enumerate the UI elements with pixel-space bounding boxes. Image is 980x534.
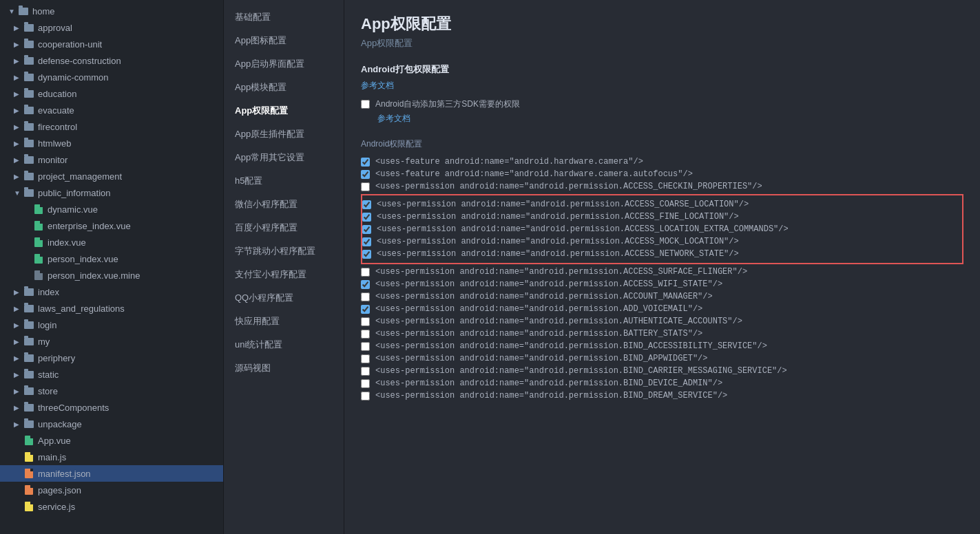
sidebar-item-periphery[interactable]: ▶ periphery: [0, 350, 223, 366]
perm-label-p16: <uses-permission android:name="android.p…: [375, 354, 707, 363]
perm-checkbox-p15[interactable]: [361, 342, 370, 351]
chevron-right-icon: ▶: [14, 420, 23, 428]
sidebar-item-htmlweb[interactable]: ▶ htmlweb: [0, 135, 223, 151]
perm-checkbox-p7[interactable]: [362, 237, 371, 246]
file-icon: [33, 254, 44, 264]
sidebar-item-cooperation-unit[interactable]: ▶ cooperation-unit: [0, 36, 223, 52]
menu-item-basic[interactable]: 基础配置: [224, 6, 344, 29]
perm-checkbox-p9[interactable]: [361, 268, 370, 277]
sidebar-item-manifest-json[interactable]: ▶ manifest.json: [0, 465, 223, 482]
sidebar-item-label: App.vue: [38, 436, 71, 446]
sidebar-item-pages-json[interactable]: ▶ pages.json: [0, 482, 223, 498]
perm-checkbox-p12[interactable]: [361, 305, 370, 314]
sidebar-item-public-information[interactable]: ▼ public_information: [0, 184, 223, 201]
menu-item-qq[interactable]: QQ小程序配置: [224, 286, 344, 310]
perm-checkbox-p8[interactable]: [362, 250, 371, 259]
perm-checkbox-p6[interactable]: [362, 225, 371, 234]
menu-item-alipay[interactable]: 支付宝小程序配置: [224, 263, 344, 286]
sidebar-item-label: home: [32, 6, 55, 17]
config-menu: 基础配置 App图标配置 App启动界面配置 App模块配置 App权限配置 A…: [224, 0, 344, 534]
sidebar-item-dynamic-vue[interactable]: ▶ dynamic.vue: [0, 201, 223, 217]
sidebar-item-label: firecontrol: [38, 122, 77, 132]
sidebar-item-service-js[interactable]: ▶ service.js: [0, 498, 223, 515]
menu-item-launch[interactable]: App启动界面配置: [224, 52, 344, 76]
sidebar-item-enterprise-index-vue[interactable]: ▶ enterprise_index.vue: [0, 217, 223, 234]
folder-icon: [23, 386, 34, 396]
perm-checkbox-p11[interactable]: [361, 292, 370, 301]
sidebar-item-index-vue[interactable]: ▶ index.vue: [0, 234, 223, 250]
menu-item-source[interactable]: 源码视图: [224, 356, 344, 380]
sidebar-item-store[interactable]: ▶ store: [0, 383, 223, 399]
sidebar-item-three-components[interactable]: ▶ threeComponents: [0, 399, 223, 416]
sidebar-item-label: manifest.json: [38, 469, 91, 479]
menu-item-h5[interactable]: h5配置: [224, 169, 344, 193]
perm-row-p3: <uses-permission android:name="android.p…: [361, 180, 963, 193]
chevron-right-icon: ▶: [14, 173, 23, 180]
ref-link-2[interactable]: 参考文档: [377, 113, 963, 125]
sidebar-item-defense-construction[interactable]: ▶ defense-construction: [0, 52, 223, 69]
menu-item-icon[interactable]: App图标配置: [224, 29, 344, 52]
sidebar-item-person-index-vue-mine[interactable]: ▶ person_index.vue.mine: [0, 267, 223, 284]
chevron-right-icon: ▶: [14, 156, 23, 164]
menu-item-native[interactable]: App原生插件配置: [224, 122, 344, 146]
chevron-right-icon: ▶: [14, 24, 23, 32]
sidebar-item-login[interactable]: ▶ login: [0, 317, 223, 333]
file-icon: [33, 221, 44, 231]
perm-checkbox-p13[interactable]: [361, 317, 370, 326]
perm-checkbox-p2[interactable]: [361, 170, 370, 179]
menu-item-bytedance[interactable]: 字节跳动小程序配置: [224, 239, 344, 263]
folder-icon: [23, 105, 34, 115]
sidebar-item-my[interactable]: ▶ my: [0, 333, 223, 350]
perm-checkbox-p14[interactable]: [361, 330, 370, 339]
sidebar-item-dynamic-common[interactable]: ▶ dynamic-common: [0, 69, 223, 85]
sidebar-item-education[interactable]: ▶ education: [0, 85, 223, 102]
perm-label-p12: <uses-permission android:name="android.p…: [375, 304, 702, 314]
menu-item-module[interactable]: App模块配置: [224, 76, 344, 99]
sidebar-item-label: static: [38, 370, 59, 380]
perm-row-p1: <uses-feature android:name="android.hard…: [361, 156, 963, 168]
perm-checkbox-p10[interactable]: [361, 280, 370, 289]
perm-checkbox-p19[interactable]: [361, 392, 370, 400]
auto-add-checkbox[interactable]: [361, 100, 370, 109]
perm-checkbox-p16[interactable]: [361, 354, 370, 363]
sidebar-item-evacuate[interactable]: ▶ evacuate: [0, 102, 223, 118]
file-icon: [33, 204, 44, 214]
sidebar-item-index[interactable]: ▶ index: [0, 284, 223, 300]
menu-item-other[interactable]: App常用其它设置: [224, 146, 344, 169]
perm-label-p14: <uses-permission android:name="android.p…: [375, 329, 702, 339]
sidebar-item-main-js[interactable]: ▶ main.js: [0, 449, 223, 465]
perm-row-p12: <uses-permission android:name="android.p…: [361, 303, 963, 315]
perm-checkbox-p17[interactable]: [361, 367, 370, 376]
perm-checkbox-p4[interactable]: [362, 200, 371, 209]
perm-checkbox-p18[interactable]: [361, 379, 370, 388]
sidebar-item-project-management[interactable]: ▶ project_management: [0, 168, 223, 184]
menu-item-permission[interactable]: App权限配置: [224, 99, 344, 122]
perm-row-p10: <uses-permission android:name="android.p…: [361, 278, 963, 290]
perm-checkbox-p1[interactable]: [361, 158, 370, 167]
menu-item-uni-stats[interactable]: uni统计配置: [224, 333, 344, 356]
sidebar-item-unpackage[interactable]: ▶ unpackage: [0, 416, 223, 432]
perm-checkbox-p3[interactable]: [361, 182, 370, 191]
sidebar-item-approval[interactable]: ▶ approval: [0, 19, 223, 36]
sidebar-item-app-vue[interactable]: ▶ App.vue: [0, 432, 223, 449]
sidebar-item-laws-and-regulations[interactable]: ▶ laws_and_regulations: [0, 300, 223, 317]
menu-item-quickapp[interactable]: 快应用配置: [224, 310, 344, 333]
sidebar-item-home[interactable]: ▼ home: [0, 3, 223, 19]
sidebar-item-monitor[interactable]: ▶ monitor: [0, 151, 223, 168]
perm-checkbox-p5[interactable]: [362, 213, 371, 222]
sidebar-item-label: laws_and_regulations: [38, 303, 125, 314]
sidebar-item-label: enterprise_index.vue: [48, 221, 131, 231]
perm-label-p13: <uses-permission android:name="android.p…: [375, 317, 742, 326]
chevron-right-icon: ▶: [14, 387, 23, 395]
sidebar-item-static[interactable]: ▶ static: [0, 366, 223, 383]
menu-item-baidu[interactable]: 百度小程序配置: [224, 216, 344, 239]
sidebar-item-label: service.js: [38, 502, 75, 512]
menu-item-wechat[interactable]: 微信小程序配置: [224, 193, 344, 216]
chevron-right-icon: ▶: [14, 371, 23, 378]
folder-icon: [23, 122, 34, 131]
sidebar-item-person-index-vue[interactable]: ▶ person_index.vue: [0, 250, 223, 267]
ref-link-1[interactable]: 参考文档: [361, 80, 963, 92]
file-icon: [23, 436, 34, 445]
sidebar-item-label: main.js: [38, 452, 66, 462]
sidebar-item-firecontrol[interactable]: ▶ firecontrol: [0, 118, 223, 135]
